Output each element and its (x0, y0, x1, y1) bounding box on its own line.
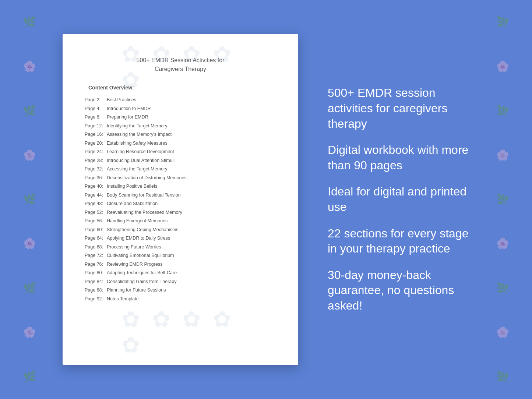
toc-label: Strengthening Coping Mechanisms (107, 227, 179, 233)
toc-page-number: Page 32: (85, 166, 107, 173)
toc-page-number: Page 4: (85, 106, 107, 112)
toc-label: Cultivating Emotional Equilibrium (107, 253, 174, 259)
toc-item: Page 28:Introducing Dual Attention Stimu… (85, 156, 276, 165)
feature-text-4: 22 sections for every stage in your ther… (328, 226, 469, 257)
toc-item: Page 52:Reevaluating the Processed Memor… (85, 208, 276, 217)
toc-item: Page 56:Handling Emergent Memories (85, 217, 276, 226)
toc-item: Page 72:Cultivating Emotional Equilibriu… (85, 251, 276, 260)
toc-item: Page 12:Identifying the Target Memory (85, 122, 276, 131)
toc-label: Planning for Future Sessions (107, 287, 166, 294)
toc-label: Consolidating Gains from Therapy (107, 279, 176, 285)
toc-label: Desensitization of Disturbing Memories (107, 175, 187, 181)
toc-label: Processing Future Worries (107, 244, 161, 251)
toc-page-number: Page 60: (85, 227, 107, 233)
table-of-contents: Page 2:Best PracticesPage 4:Introduction… (85, 96, 276, 303)
toc-item: Page 4:Introduction to EMDR (85, 105, 276, 113)
toc-label: Learning Resource Development (107, 149, 174, 155)
toc-page-number: Page 80: (85, 270, 107, 276)
toc-page-number: Page 36: (85, 175, 107, 181)
toc-page-number: Page 16: (85, 131, 107, 138)
toc-item: Page 44:Body Scanning for Residual Tensi… (85, 191, 276, 200)
toc-page-number: Page 24: (85, 149, 107, 155)
toc-page-number: Page 72: (85, 253, 107, 259)
toc-item: Page 76:Reviewing EMDR Progress (85, 260, 276, 269)
toc-item: Page 84:Consolidating Gains from Therapy (85, 278, 276, 286)
feature-text-1: 500+ EMDR session activities for caregiv… (328, 85, 469, 131)
toc-label: Establishing Safety Measures (107, 140, 168, 147)
toc-page-number: Page 64: (85, 235, 107, 242)
toc-item: Page 64:Applying EMDR to Daily Stress (85, 234, 276, 243)
toc-item: Page 24:Learning Resource Development (85, 148, 276, 156)
main-content: ✿ ✿ ✿ ✿ ✿ 500+ EMDR Session Activities f… (0, 0, 532, 399)
toc-item: Page 80:Adapting Techniques for Self-Car… (85, 269, 276, 278)
toc-label: Applying EMDR to Daily Stress (107, 235, 170, 242)
toc-item: Page 36:Desensitization of Disturbing Me… (85, 174, 276, 183)
toc-label: Preparing for EMDR (107, 114, 148, 121)
toc-page-number: Page 48: (85, 201, 107, 207)
toc-item: Page 92:Notes Template (85, 295, 276, 304)
toc-item: Page 8:Preparing for EMDR (85, 113, 276, 122)
right-panel: 500+ EMDR session activities for caregiv… (320, 85, 469, 313)
toc-item: Page 60:Strengthening Coping Mechanisms (85, 226, 276, 234)
toc-page-number: Page 8: (85, 114, 107, 121)
toc-label: Body Scanning for Residual Tension (107, 192, 181, 199)
toc-item: Page 88:Planning for Future Sessions (85, 286, 276, 295)
feature-text-3: Ideal for digital and printed use (328, 184, 469, 215)
toc-label: Accessing the Target Memory (107, 166, 167, 173)
toc-item: Page 16:Assessing the Memory's Impact (85, 130, 276, 139)
toc-label: Notes Template (107, 296, 139, 303)
toc-label: Reevaluating the Processed Memory (107, 209, 182, 216)
toc-item: Page 68:Processing Future Worries (85, 243, 276, 252)
toc-item: Page 2:Best Practices (85, 96, 276, 105)
toc-page-number: Page 40: (85, 183, 107, 190)
toc-label: Adapting Techniques for Self-Care (107, 270, 177, 276)
feature-text-2: Digital workbook with more than 90 pages (328, 142, 469, 173)
toc-page-number: Page 2: (85, 97, 107, 103)
toc-label: Handling Emergent Memories (107, 218, 168, 225)
toc-label: Introduction to EMDR (107, 106, 151, 112)
toc-label: Introducing Dual Attention Stimuli (107, 158, 175, 164)
toc-page-number: Page 28: (85, 158, 107, 164)
toc-page-number: Page 68: (85, 244, 107, 251)
toc-label: Assessing the Memory's Impact (107, 131, 172, 138)
toc-page-number: Page 44: (85, 192, 107, 199)
toc-page-number: Page 92: (85, 296, 107, 303)
toc-page-number: Page 88: (85, 287, 107, 294)
toc-item: Page 20:Establishing Safety Measures (85, 139, 276, 148)
toc-item: Page 40:Installing Positive Beliefs (85, 182, 276, 191)
toc-label: Best Practices (107, 97, 136, 103)
feature-text-5: 30-day money-back guarantee, no question… (328, 268, 469, 314)
toc-page-number: Page 84: (85, 279, 107, 285)
toc-label: Identifying the Target Memory (107, 123, 167, 130)
watermark-bottom: ✿ ✿ ✿ ✿ ✿ (121, 306, 239, 358)
toc-page-number: Page 56: (85, 218, 107, 225)
toc-page-number: Page 76: (85, 261, 107, 268)
watermark-top: ✿ ✿ ✿ ✿ ✿ (121, 41, 239, 93)
toc-label: Installing Positive Beliefs (107, 183, 158, 190)
toc-item: Page 32:Accessing the Target Memory (85, 165, 276, 174)
toc-page-number: Page 12: (85, 123, 107, 130)
document-preview: ✿ ✿ ✿ ✿ ✿ 500+ EMDR Session Activities f… (63, 34, 298, 365)
toc-label: Reviewing EMDR Progress (107, 261, 162, 268)
toc-label: Closure and Stabilization (107, 201, 158, 207)
toc-page-number: Page 52: (85, 209, 107, 216)
toc-page-number: Page 20: (85, 140, 107, 147)
toc-item: Page 48:Closure and Stabilization (85, 200, 276, 208)
